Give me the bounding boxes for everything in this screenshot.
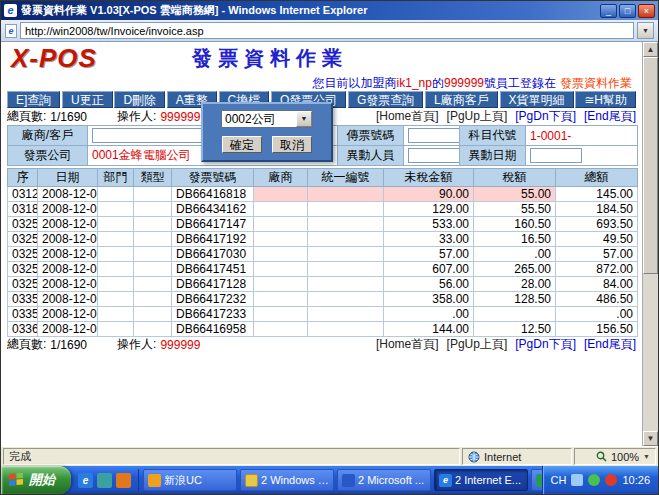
cell-vendor (254, 202, 308, 217)
voucher-input[interactable] (408, 128, 460, 143)
taskbar: 開始 e 新浪UC 2 Windows E... 2 Microsoft ...… (1, 466, 658, 494)
cell-seq: 03254 (8, 232, 38, 247)
toolbar-button-10[interactable]: ≅H幫助 (575, 91, 636, 108)
cell-untaxed: 533.00 (384, 217, 474, 232)
zoom-dropdown-icon[interactable]: ▼ (643, 453, 650, 460)
scrollbar-thumb[interactable] (643, 57, 658, 274)
cancel-button[interactable]: 取消 (272, 136, 312, 153)
toolbar-button-8[interactable]: L廠商客戶 (425, 91, 498, 108)
tray-icon[interactable] (571, 474, 583, 486)
cell-invoice_no: DB66417147 (172, 217, 254, 232)
tray-icon[interactable] (588, 474, 600, 486)
close-button[interactable]: × (638, 4, 655, 18)
scroll-down-icon[interactable]: ▼ (643, 431, 658, 446)
toolbar-button-1[interactable]: E]查詢 (7, 91, 60, 108)
nav-end[interactable]: [End尾頁] (584, 108, 636, 125)
column-header: 日期 (38, 169, 98, 187)
toolbar-button-3[interactable]: D刪除 (114, 91, 165, 108)
task-button-microsoft[interactable]: 2 Microsoft ... (337, 469, 431, 491)
cell-tax: 55.50 (474, 202, 556, 217)
table-row[interactable]: 032562008-12-03DB66417451607.00265.00872… (8, 262, 638, 277)
window-titlebar[interactable]: e 發票資料作業 V1.03[X-POS 雲端商務網] - Windows In… (1, 1, 658, 20)
cell-type (134, 277, 172, 292)
minimize-button[interactable]: _ (600, 4, 617, 18)
pagination-bottom: 總頁數: 1/1690 操作人: 999999 [Home首頁][PgUp上頁]… (1, 337, 642, 352)
start-button[interactable]: 開始 (1, 466, 71, 494)
table-row[interactable]: 031882008-12-03DB66434162129.0055.50184.… (8, 202, 638, 217)
task-button-sina-uc[interactable]: 新浪UC (143, 469, 237, 491)
ok-button[interactable]: 確定 (222, 136, 262, 153)
address-input[interactable] (20, 22, 634, 39)
cell-untaxed: 358.00 (384, 292, 474, 307)
nav-pgdn[interactable]: [PgDn下頁] (515, 108, 576, 125)
table-row[interactable]: 032582008-12-03DB6641712856.0028.0084.00 (8, 277, 638, 292)
toolbar-button-2[interactable]: U更正 (62, 91, 113, 108)
cell-vendor (254, 277, 308, 292)
cell-untaxed: 144.00 (384, 322, 474, 337)
quicklaunch-ie-icon[interactable]: e (78, 473, 93, 488)
toolbar-button-7[interactable]: G發票查詢 (348, 91, 423, 108)
vertical-scrollbar[interactable]: ▲ ▼ (642, 42, 658, 446)
maximize-button[interactable]: □ (619, 4, 636, 18)
modify-date-input[interactable] (530, 148, 582, 163)
clock[interactable]: 10:26 (622, 474, 650, 486)
browser-viewport: X-POS 發票資料作業 您目前以加盟商ik1_np的999999號員工登錄在發… (1, 42, 658, 446)
cell-vendor (254, 232, 308, 247)
nav-home[interactable]: [Home首頁] (376, 336, 439, 353)
ie-icon: e (4, 4, 17, 17)
modify-date-label: 異動日期 (460, 146, 526, 166)
page-header: X-POS 發票資料作業 (1, 42, 642, 75)
folder-icon (245, 474, 258, 487)
tray-icon[interactable] (605, 474, 617, 486)
vendor-input[interactable] (92, 128, 214, 143)
nav-end[interactable]: [End尾頁] (584, 336, 636, 353)
zoom-control[interactable]: 100% ▼ (574, 448, 656, 465)
windows-flag-icon (9, 473, 24, 487)
task-button-windows-explorer[interactable]: 2 Windows E... (240, 469, 334, 491)
quicklaunch-show-desktop-icon[interactable] (97, 473, 112, 488)
nav-pgup[interactable]: [PgUp上頁] (447, 336, 508, 353)
task-button-globalscape[interactable]: GlobalSCAPE... (531, 469, 542, 491)
chevron-down-icon[interactable]: ▼ (296, 111, 312, 127)
scrollbar-track[interactable] (643, 57, 658, 431)
cell-seq: 03188 (8, 202, 38, 217)
cell-tax (474, 307, 556, 322)
cell-untaxed: 129.00 (384, 202, 474, 217)
cell-invoice_no: DB66417030 (172, 247, 254, 262)
page-nav: [Home首頁][PgUp上頁][PgDn下頁][End尾頁] (376, 108, 636, 125)
cell-tax: 28.00 (474, 277, 556, 292)
table-row[interactable]: 033582008-12-03DB66417232358.00128.50486… (8, 292, 638, 307)
cell-date: 2008-12-03 (38, 202, 98, 217)
quicklaunch-media-icon[interactable] (116, 473, 131, 488)
table-row[interactable]: 033602008-12-03DB66416958144.0012.50156.… (8, 322, 638, 337)
nav-home[interactable]: [Home首頁] (376, 108, 439, 125)
nav-pgup[interactable]: [PgUp上頁] (447, 108, 508, 125)
cell-type (134, 217, 172, 232)
column-header: 總額 (556, 169, 638, 187)
table-row[interactable]: 031232008-12-03DB6641681890.0055.00145.0… (8, 187, 638, 202)
table-row[interactable]: 032542008-12-03DB6641719233.0016.5049.50 (8, 232, 638, 247)
nav-pgdn[interactable]: [PgDn下頁] (515, 336, 576, 353)
ie-window: e 發票資料作業 V1.03[X-POS 雲端商務網] - Windows In… (0, 0, 659, 495)
page-nav: [Home首頁][PgUp上頁][PgDn下頁][End尾頁] (376, 336, 636, 353)
toolbar-button-9[interactable]: X貨單明細 (500, 91, 574, 108)
language-indicator[interactable]: CH (551, 474, 567, 486)
module-link[interactable]: 發票資料作業 (560, 76, 632, 90)
cell-date: 2008-12-03 (38, 232, 98, 247)
cell-date: 2008-12-03 (38, 277, 98, 292)
table-row[interactable]: 032552008-12-03DB6641703057.00.0057.00 (8, 247, 638, 262)
page-content: X-POS 發票資料作業 您目前以加盟商ik1_np的999999號員工登錄在發… (1, 42, 642, 446)
table-row[interactable]: 032532008-12-03DB66417147533.00160.50693… (8, 217, 638, 232)
task-button-internet-explorer[interactable]: e2 Internet E... (434, 469, 528, 491)
table-row[interactable]: 033592008-12-03DB66417233.00.00 (8, 307, 638, 322)
company-select[interactable]: 0002公司 ▼ (221, 110, 313, 128)
cell-total: 184.50 (556, 202, 638, 217)
scroll-up-icon[interactable]: ▲ (643, 42, 658, 57)
operator-label: 操作人: (117, 108, 156, 125)
cell-total: 84.00 (556, 277, 638, 292)
address-dropdown-button[interactable]: ▼ (637, 22, 654, 39)
cell-date: 2008-12-03 (38, 262, 98, 277)
modifier-input[interactable] (408, 148, 460, 163)
cell-invoice_no: DB66417451 (172, 262, 254, 277)
cell-untaxed: 57.00 (384, 247, 474, 262)
